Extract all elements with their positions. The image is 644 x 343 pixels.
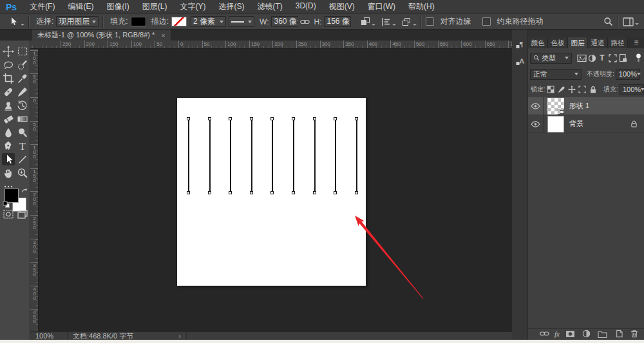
opacity-dropdown[interactable]: 100% [616, 69, 640, 80]
paragraph-panel-icon[interactable]: ¶ [515, 39, 526, 50]
document-canvas[interactable] [177, 98, 366, 286]
layer-style-fx-icon[interactable]: fx [554, 330, 560, 338]
lock-image-pixels-icon[interactable] [556, 84, 566, 95]
filter-adjustment-layers-icon[interactable] [587, 53, 597, 63]
stroke-color-swatch[interactable] [171, 17, 187, 26]
canvas-pasteboard[interactable] [39, 49, 512, 331]
visibility-toggle[interactable] [528, 97, 544, 115]
search-icon[interactable] [602, 17, 614, 27]
stroke-width-dropdown[interactable]: 2 像素 [191, 16, 226, 27]
line-tool[interactable] [16, 153, 29, 165]
path-anchor-handle[interactable] [208, 191, 211, 194]
status-menu-chevron-icon[interactable]: › [178, 332, 181, 340]
fill-opacity-dropdown[interactable]: 100% [620, 84, 644, 95]
shape-width-field[interactable]: 360 像素 [271, 16, 298, 27]
path-anchor-handle[interactable] [292, 191, 295, 194]
add-layer-mask-icon[interactable] [564, 329, 576, 339]
menu-item[interactable]: 文件(F) [23, 1, 61, 12]
panel-tab-inactive[interactable]: 颜色 [528, 37, 548, 48]
panel-tab-inactive[interactable]: 色板 [548, 37, 568, 48]
line-shape[interactable] [356, 119, 357, 192]
horizontal-ruler[interactable]: 2502001501005005010015020025030035040045… [30, 41, 512, 49]
zoom-tool[interactable] [16, 167, 29, 179]
menu-item[interactable]: 窗口(W) [361, 1, 402, 12]
menu-item[interactable]: 3D(D) [289, 1, 323, 12]
delete-layer-trash-icon[interactable] [629, 329, 640, 339]
menu-item[interactable]: 图层(L) [136, 1, 174, 12]
new-group-folder-icon[interactable] [596, 329, 608, 339]
path-operations-button[interactable] [360, 17, 375, 27]
type-tool[interactable]: T [16, 140, 29, 152]
lasso-tool[interactable] [2, 59, 15, 71]
path-anchor-handle[interactable] [313, 191, 316, 194]
line-shape[interactable] [272, 119, 273, 192]
close-tab-icon[interactable]: × [161, 32, 165, 39]
blend-mode-dropdown[interactable]: 正常 [530, 69, 582, 80]
path-arrangement-button[interactable] [401, 17, 417, 27]
eraser-tool[interactable] [2, 113, 15, 125]
gradient-tool[interactable] [16, 113, 29, 125]
menu-item[interactable]: 编辑(E) [61, 1, 100, 12]
line-shape[interactable] [251, 119, 252, 192]
lock-position-icon[interactable] [567, 84, 577, 95]
quick-mask-mode-icon[interactable] [3, 210, 14, 219]
move-tool[interactable] [2, 45, 15, 57]
menu-item[interactable]: 文字(Y) [173, 1, 212, 12]
path-selection-tool[interactable] [2, 153, 15, 165]
filter-smart-objects-icon[interactable] [618, 53, 628, 63]
path-anchor-handle[interactable] [250, 117, 253, 120]
screen-mode-icon[interactable] [17, 210, 28, 219]
line-shape[interactable] [209, 119, 211, 192]
line-shape[interactable] [293, 119, 294, 192]
line-shape[interactable] [335, 119, 336, 192]
hand-tool[interactable] [2, 167, 15, 179]
path-anchor-handle[interactable] [187, 117, 190, 120]
visibility-toggle[interactable] [528, 115, 544, 133]
path-anchor-handle[interactable] [334, 191, 337, 194]
new-layer-icon[interactable] [612, 329, 624, 339]
link-dimensions-icon[interactable] [299, 17, 310, 27]
select-mode-dropdown[interactable]: 现用图层 [56, 16, 99, 27]
path-anchor-handle[interactable] [270, 191, 274, 194]
vertical-ruler[interactable]: 1 0 05 005 01 0 01 5 02 0 02 5 03 0 03 5… [30, 49, 39, 331]
tool-preset-picker[interactable] [8, 17, 24, 27]
eyedropper-tool[interactable] [16, 72, 29, 84]
character-panel-icon[interactable]: A [515, 55, 526, 67]
path-anchor-handle[interactable] [229, 117, 232, 120]
menu-item[interactable]: 视图(V) [323, 1, 361, 12]
adjustment-layer-icon[interactable] [580, 329, 592, 339]
crop-tool[interactable] [2, 72, 15, 84]
quick-selection-tool[interactable] [16, 59, 29, 71]
swap-colors-icon[interactable] [21, 187, 28, 194]
path-anchor-handle[interactable] [292, 117, 295, 120]
layer-filter-type-dropdown[interactable]: 类型 [530, 53, 572, 64]
stroke-type-dropdown[interactable] [229, 16, 254, 27]
history-brush-tool[interactable] [16, 99, 29, 111]
document-tab[interactable]: 未标题-1 @ 100% (形状 1, RGB/8#) * × [32, 30, 171, 41]
path-anchor-handle[interactable] [355, 191, 358, 194]
panel-tab-inactive[interactable]: 通道 [588, 37, 608, 48]
path-anchor-handle[interactable] [229, 191, 232, 194]
path-anchor-handle[interactable] [208, 117, 211, 120]
spot-healing-brush-tool[interactable] [2, 86, 15, 98]
lock-all-icon[interactable] [588, 84, 598, 95]
filter-on-toggle[interactable] [634, 53, 644, 63]
path-anchor-handle[interactable] [270, 117, 274, 120]
panel-tab-inactive[interactable]: 路径 [608, 37, 628, 48]
lock-transparent-pixels-icon[interactable] [545, 84, 556, 95]
layer-name[interactable]: 形状 1 [569, 101, 589, 111]
link-layers-icon[interactable] [538, 329, 550, 339]
default-colors-icon[interactable] [3, 201, 10, 209]
pen-tool[interactable] [2, 140, 15, 152]
lock-artboard-icon[interactable] [577, 84, 587, 95]
line-shape[interactable] [314, 119, 316, 192]
layer-name[interactable]: 背景 [569, 119, 583, 129]
filter-shape-layers-icon[interactable] [607, 53, 618, 63]
path-anchor-handle[interactable] [187, 191, 190, 194]
path-anchor-handle[interactable] [334, 117, 337, 120]
menu-item[interactable]: 滤镜(T) [251, 1, 289, 12]
panel-tab-active[interactable]: 图层 [568, 37, 588, 48]
dodge-tool[interactable] [16, 126, 29, 138]
clone-stamp-tool[interactable] [2, 99, 15, 111]
filter-pixel-layers-icon[interactable] [576, 53, 587, 63]
